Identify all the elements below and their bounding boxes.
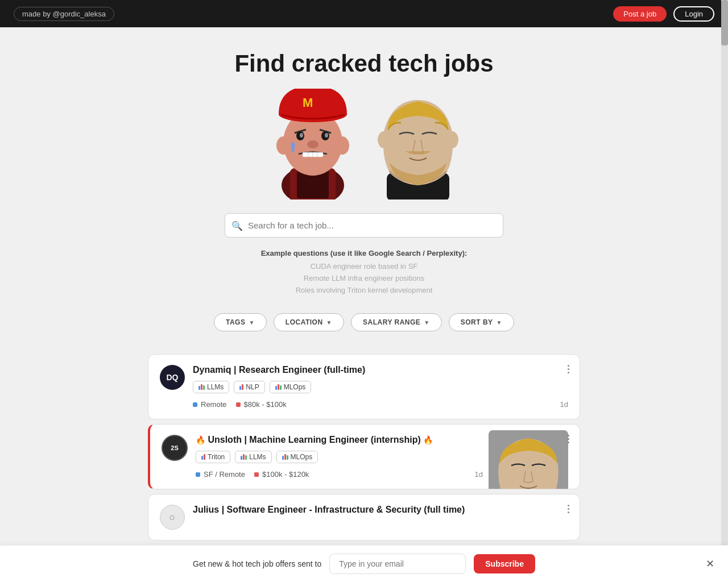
svg-point-13 xyxy=(300,133,303,138)
job-info-julius: Julius | Software Engineer - Infrastruct… xyxy=(193,505,568,521)
svg-point-25 xyxy=(446,131,458,148)
navbar: made by @gordic_aleksa Post a job Login xyxy=(0,0,728,27)
location-dot-icon xyxy=(196,472,200,477)
kebab-dot xyxy=(568,372,569,373)
tags-filter-button[interactable]: TAGS ▼ xyxy=(214,313,267,331)
search-icon: 🔍 xyxy=(231,220,243,231)
subscription-bar: Get new & hot tech job offers sent to Su… xyxy=(0,545,728,582)
triton-icon xyxy=(201,454,205,460)
example-item-2: Remote LLM infra engineer positions xyxy=(148,273,580,285)
salary-filter-button[interactable]: SALARY RANGE ▼ xyxy=(351,313,442,331)
job-time: 1d xyxy=(560,400,568,409)
subscribe-button[interactable]: Subscribe xyxy=(474,554,535,573)
kebab-dot xyxy=(568,508,569,510)
scrollbar-thumb[interactable] xyxy=(721,0,728,45)
location-meta: Remote xyxy=(193,400,227,409)
kebab-dot xyxy=(568,435,569,436)
post-job-button[interactable]: Post a job xyxy=(613,6,667,22)
job-card-dynamiq[interactable]: DQ Dynamiq | Research Engineer (full-tim… xyxy=(148,354,580,419)
job-time-unsloth: 1d xyxy=(475,470,483,479)
page-title: Find cracked tech jobs xyxy=(148,50,580,77)
tag-triton: Triton xyxy=(196,451,230,463)
llms-icon xyxy=(198,384,205,390)
sortby-dropdown-icon: ▼ xyxy=(497,319,502,326)
mlops2-icon xyxy=(282,454,288,460)
job-card-unsloth[interactable]: 2S 🔥 Unsloth | Machine Learning Engineer… xyxy=(148,424,580,489)
subscription-label: Get new & hot tech job offers sent to xyxy=(193,559,321,568)
sortby-filter-button[interactable]: SORT BY ▼ xyxy=(449,313,514,331)
examples-label: Example questions (use it like Google Se… xyxy=(148,249,580,257)
wojak-left-icon: M xyxy=(262,89,364,199)
search-input[interactable] xyxy=(225,213,503,238)
svg-text:M: M xyxy=(303,95,313,110)
login-button[interactable]: Login xyxy=(673,6,714,22)
svg-point-5 xyxy=(276,136,290,155)
job-info-unsloth: 🔥 Unsloth | Machine Learning Engineer (i… xyxy=(196,435,483,479)
kebab-dot xyxy=(568,442,569,443)
search-wrapper: 🔍 xyxy=(148,213,580,238)
nlp-icon xyxy=(239,384,243,390)
email-input[interactable] xyxy=(329,554,466,574)
job-card-inner: DQ Dynamiq | Research Engineer (full-tim… xyxy=(160,365,568,409)
location-filter-label: LOCATION xyxy=(286,318,323,326)
location-text: Remote xyxy=(201,400,227,409)
logo-text: DQ xyxy=(167,373,179,382)
location-dot-icon xyxy=(193,402,197,407)
kebab-dot xyxy=(568,438,569,440)
salary-dot-icon xyxy=(254,472,259,477)
main-content: Find cracked tech jobs M xyxy=(136,27,592,582)
example-item-3: Roles involving Triton kernel developmen… xyxy=(148,285,580,297)
tag-llms-2: LLMs xyxy=(235,451,271,463)
job-card-inner-julius: ○ Julius | Software Engineer - Infrastru… xyxy=(160,505,568,530)
chad-right-icon xyxy=(370,89,466,199)
company-logo-dynamiq: DQ xyxy=(160,365,185,390)
hero-images: M xyxy=(148,89,580,199)
salary-text: $100k - $120k xyxy=(262,470,309,479)
job-title-unsloth: 🔥 Unsloth | Machine Learning Engineer (i… xyxy=(196,435,483,445)
kebab-menu-julius[interactable] xyxy=(565,502,572,516)
location-meta-unsloth: SF / Remote xyxy=(196,470,245,479)
salary-meta: $80k - $100k xyxy=(236,400,287,409)
tags-dropdown-icon: ▼ xyxy=(249,319,254,326)
job-title: Dynamiq | Research Engineer (full-time) xyxy=(193,365,568,375)
svg-point-21 xyxy=(291,147,295,153)
salary-meta-unsloth: $100k - $120k xyxy=(254,470,309,479)
fire-right-icon: 🔥 xyxy=(423,435,433,444)
job-tags-unsloth: Triton LLMs MLOps xyxy=(196,451,483,463)
sortby-filter-label: SORT BY xyxy=(461,318,493,326)
kebab-dot xyxy=(568,368,569,370)
tag-nlp: NLP xyxy=(234,381,264,393)
svg-point-14 xyxy=(325,133,328,138)
location-dropdown-icon: ▼ xyxy=(326,319,332,326)
kebab-dot xyxy=(568,505,569,506)
tag-mlops-2: MLOps xyxy=(276,451,318,463)
close-subscription-bar-button[interactable]: ✕ xyxy=(706,558,714,570)
svg-point-6 xyxy=(336,136,349,155)
company-logo-julius: ○ xyxy=(160,505,185,530)
logo-text: ○ xyxy=(169,512,176,523)
filters-row: TAGS ▼ LOCATION ▼ SALARY RANGE ▼ SORT BY… xyxy=(148,313,580,331)
kebab-menu-dynamiq[interactable] xyxy=(565,363,572,376)
job-meta: Remote $80k - $100k 1d xyxy=(193,400,568,409)
job-meta-unsloth: SF / Remote $100k - $120k 1d xyxy=(196,470,483,479)
salary-text: $80k - $100k xyxy=(244,400,287,409)
logo-text: 2S xyxy=(171,444,178,451)
mlops-icon xyxy=(275,384,282,390)
job-info: Dynamiq | Research Engineer (full-time) … xyxy=(193,365,568,409)
job-list: DQ Dynamiq | Research Engineer (full-tim… xyxy=(148,354,580,541)
job-title-julius: Julius | Software Engineer - Infrastruct… xyxy=(193,505,568,515)
navbar-actions: Post a job Login xyxy=(613,6,714,22)
examples-section: Example questions (use it like Google Se… xyxy=(148,249,580,296)
company-logo-unsloth: 2S xyxy=(162,435,188,461)
job-side-image xyxy=(489,430,568,489)
tag-mlops: MLOps xyxy=(270,381,312,393)
kebab-dot xyxy=(568,512,569,513)
chad-face-icon xyxy=(489,430,568,489)
brand-label: made by @gordic_aleksa xyxy=(14,7,114,21)
salary-dot-icon xyxy=(236,402,241,407)
kebab-menu-unsloth[interactable] xyxy=(565,433,572,446)
job-tags: LLMs NLP MLOps xyxy=(193,381,568,393)
job-card-julius[interactable]: ○ Julius | Software Engineer - Infrastru… xyxy=(148,494,580,541)
llms2-icon xyxy=(241,454,247,460)
location-filter-button[interactable]: LOCATION ▼ xyxy=(274,313,344,331)
